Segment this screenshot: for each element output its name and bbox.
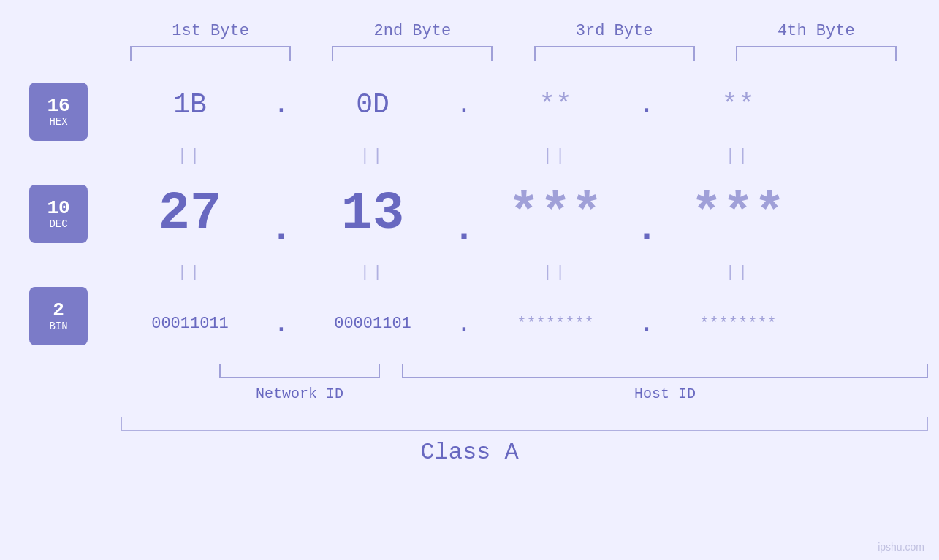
byte-headers: 1st Byte 2nd Byte 3rd Byte 4th Byte [0, 22, 939, 40]
badges-column: 16 HEX 10 DEC 2 BIN [29, 83, 110, 345]
eq-2-2: || [292, 264, 453, 282]
bracket-top-3 [534, 46, 695, 61]
dec-val-3: *** [475, 184, 636, 244]
bin-val-4: ******** [658, 315, 818, 333]
hex-val-2: 0D [292, 89, 453, 120]
byte-header-2: 2nd Byte [332, 22, 493, 40]
outer-bracket [121, 417, 928, 431]
byte-header-4: 4th Byte [736, 22, 897, 40]
brackets-bottom [219, 364, 928, 378]
dec-dot-3: . [636, 179, 658, 250]
brackets-top [0, 46, 939, 61]
hex-badge: 16 HEX [29, 83, 88, 141]
hex-badge-num: 16 [47, 96, 69, 117]
labels-row: Network ID Host ID [219, 386, 928, 402]
bracket-top-2 [332, 46, 493, 61]
bin-dot-3: . [636, 308, 658, 340]
equals-row-1: || || || || [110, 141, 939, 170]
network-id-label: Network ID [219, 386, 380, 402]
dec-row: 27 . 13 . *** . *** [110, 170, 939, 258]
eq-2-1: || [110, 264, 270, 282]
watermark: ipshu.com [878, 541, 924, 553]
hex-badge-label: HEX [49, 116, 67, 128]
bottom-section: Network ID Host ID [110, 364, 939, 402]
bin-dot-1: . [270, 308, 292, 340]
bin-badge-num: 2 [53, 300, 64, 321]
bin-val-3: ******** [475, 315, 636, 333]
bin-dot-2: . [453, 308, 475, 340]
eq-2-4: || [658, 264, 818, 282]
main-container: 1st Byte 2nd Byte 3rd Byte 4th Byte 16 H… [0, 0, 939, 560]
eq-1-3: || [475, 147, 636, 165]
dec-badge-num: 10 [47, 198, 69, 219]
bin-row: 00011011 . 00001101 . ******** . *******… [110, 287, 939, 360]
hex-dot-1: . [270, 89, 292, 120]
hex-dot-2: . [453, 89, 475, 120]
bin-badge-label: BIN [49, 321, 67, 332]
bin-val-2: 00001101 [292, 315, 453, 333]
dec-val-4: *** [658, 184, 818, 244]
eq-1-2: || [292, 147, 453, 165]
main-content: 16 HEX 10 DEC 2 BIN 1B . 0D . ** . ** [0, 68, 939, 402]
hex-val-1: 1B [110, 89, 270, 120]
bracket-top-1 [130, 46, 291, 61]
class-label: Class A [0, 439, 939, 466]
hex-val-4: ** [658, 89, 818, 120]
host-id-label: Host ID [402, 386, 928, 402]
dec-dot-1: . [270, 179, 292, 250]
dec-val-2: 13 [292, 184, 453, 244]
dec-dot-2: . [453, 179, 475, 250]
eq-1-1: || [110, 147, 270, 165]
eq-2-3: || [475, 264, 636, 282]
hex-dot-3: . [636, 89, 658, 120]
equals-row-2: || || || || [110, 258, 939, 287]
hex-row: 1B . 0D . ** . ** [110, 68, 939, 141]
bin-badge: 2 BIN [29, 287, 88, 345]
bracket-top-4 [736, 46, 897, 61]
bracket-bottom-network [219, 364, 380, 378]
dec-val-1: 27 [110, 184, 270, 244]
byte-header-1: 1st Byte [130, 22, 291, 40]
byte-header-3: 3rd Byte [534, 22, 695, 40]
bin-val-1: 00011011 [110, 315, 270, 333]
dec-badge: 10 DEC [29, 185, 88, 243]
rows-area: 1B . 0D . ** . ** || || || || 27 [110, 68, 939, 402]
hex-val-3: ** [475, 89, 636, 120]
dec-badge-label: DEC [49, 218, 67, 230]
bracket-bottom-host [402, 364, 928, 378]
eq-1-4: || [658, 147, 818, 165]
